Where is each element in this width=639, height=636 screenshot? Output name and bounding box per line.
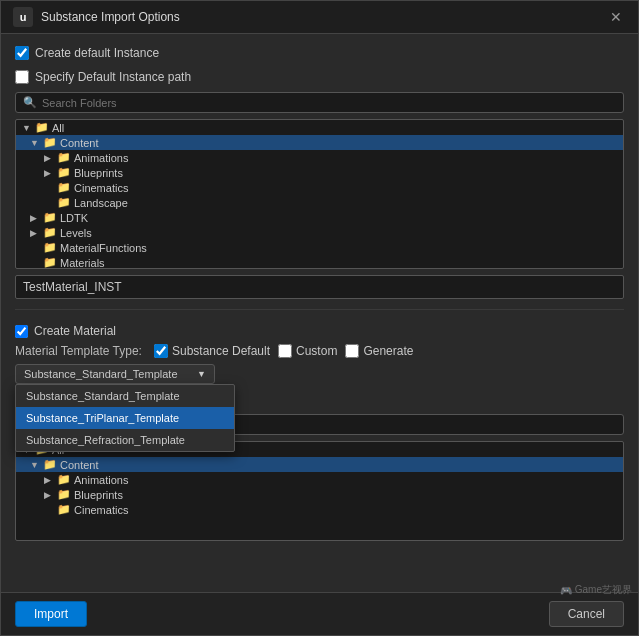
folder-icon-blueprints-2: 📁 <box>57 488 71 501</box>
tree-item-levels-1[interactable]: ▶ 📁 Levels <box>16 225 623 240</box>
template-dropdown-menu: Substance_Standard_Template Substance_Tr… <box>15 384 235 452</box>
folder-icon-materials-1: 📁 <box>43 256 57 269</box>
dropdown-item-triplanar[interactable]: Substance_TriPlanar_Template <box>16 407 234 429</box>
specify-default-instance-path-checkbox[interactable] <box>15 70 29 84</box>
folder-tree-2[interactable]: ▼ 📁 All ▼ 📁 Content ▶ 📁 Animations ▶ 📁 B… <box>15 441 624 541</box>
tree-item-landscape-1[interactable]: 📁 Landscape <box>16 195 623 210</box>
material-template-label: Material Template Type: <box>15 344 142 358</box>
search-input-1[interactable] <box>42 97 616 109</box>
dropdown-arrow-icon: ▼ <box>197 369 206 379</box>
create-material-label: Create Material <box>34 324 116 338</box>
tree-item-blueprints-1[interactable]: ▶ 📁 Blueprints <box>16 165 623 180</box>
search-icon-1: 🔍 <box>23 96 37 109</box>
tree-label-animations-2: Animations <box>74 474 128 486</box>
tree-item-blueprints-2[interactable]: ▶ 📁 Blueprints <box>16 487 623 502</box>
tree-arrow-ldtk-1: ▶ <box>30 213 40 223</box>
tree-arrow-blueprints-2: ▶ <box>44 490 54 500</box>
folder-icon-cinematics-2: 📁 <box>57 503 71 516</box>
create-default-instance-label: Create default Instance <box>35 46 159 60</box>
template-dropdown-value: Substance_Standard_Template <box>24 368 178 380</box>
tree-item-animations-2[interactable]: ▶ 📁 Animations <box>16 472 623 487</box>
tree-label-blueprints-1: Blueprints <box>74 167 123 179</box>
tree-label-levels-1: Levels <box>60 227 92 239</box>
tree-label-materials-1: Materials <box>60 257 105 269</box>
tree-label-all-1: All <box>52 122 64 134</box>
watermark: 🎮 Game艺视界 <box>560 583 632 597</box>
folder-icon-blueprints-1: 📁 <box>57 166 71 179</box>
folder-tree-1[interactable]: ▼ 📁 All ▼ 📁 Content ▶ 📁 Animations ▶ 📁 B… <box>15 119 624 269</box>
dialog-body: Create default Instance Specify Default … <box>1 34 638 592</box>
substance-import-dialog: u Substance Import Options ✕ Create defa… <box>0 0 639 636</box>
tree-item-content-2[interactable]: ▼ 📁 Content <box>16 457 623 472</box>
tree-item-animations-1[interactable]: ▶ 📁 Animations <box>16 150 623 165</box>
dropdown-item-refraction[interactable]: Substance_Refraction_Template <box>16 429 234 451</box>
watermark-text: Game艺视界 <box>575 583 632 597</box>
footer-right: Cancel <box>549 601 624 627</box>
tree-label-blueprints-2: Blueprints <box>74 489 123 501</box>
search-folders-1[interactable]: 🔍 <box>15 92 624 113</box>
custom-label: Custom <box>296 344 337 358</box>
section-divider-1 <box>15 309 624 310</box>
generate-label: Generate <box>363 344 413 358</box>
folder-icon-ldtk-1: 📁 <box>43 211 57 224</box>
template-dropdown-button[interactable]: Substance_Standard_Template ▼ <box>15 364 215 384</box>
tree-item-cinematics-2[interactable]: 📁 Cinematics <box>16 502 623 517</box>
ue-logo: u <box>13 7 33 27</box>
tree-label-landscape-1: Landscape <box>74 197 128 209</box>
tree-item-materialfunctions-1[interactable]: 📁 MaterialFunctions <box>16 240 623 255</box>
folder-icon-content-1: 📁 <box>43 136 57 149</box>
title-bar: u Substance Import Options ✕ <box>1 1 638 34</box>
substance-default-label: Substance Default <box>172 344 270 358</box>
tree-item-materials-1[interactable]: 📁 Materials <box>16 255 623 269</box>
tree-label-materialfunctions-1: MaterialFunctions <box>60 242 147 254</box>
tree-arrow-all-1: ▼ <box>22 123 32 133</box>
tree-label-cinematics-1: Cinematics <box>74 182 128 194</box>
folder-icon-animations-1: 📁 <box>57 151 71 164</box>
folder-icon-animations-2: 📁 <box>57 473 71 486</box>
generate-option[interactable]: Generate <box>345 344 413 358</box>
tree-item-content-1[interactable]: ▼ 📁 Content <box>16 135 623 150</box>
create-material-row: Create Material <box>15 324 624 338</box>
specify-default-instance-path-label: Specify Default Instance path <box>35 70 191 84</box>
tree-arrow-levels-1: ▶ <box>30 228 40 238</box>
create-default-instance-checkbox[interactable] <box>15 46 29 60</box>
custom-checkbox[interactable] <box>278 344 292 358</box>
name-input-row <box>15 275 624 299</box>
close-button[interactable]: ✕ <box>606 7 626 27</box>
folder-icon-content-2: 📁 <box>43 458 57 471</box>
tree-arrow-animations-1: ▶ <box>44 153 54 163</box>
tree-item-ldtk-1[interactable]: ▶ 📁 LDTK <box>16 210 623 225</box>
folder-icon-materialfunctions-1: 📁 <box>43 241 57 254</box>
tree-item-cinematics-1[interactable]: 📁 Cinematics <box>16 180 623 195</box>
title-bar-left: u Substance Import Options <box>13 7 180 27</box>
substance-default-checkbox[interactable] <box>154 344 168 358</box>
tree-arrow-animations-2: ▶ <box>44 475 54 485</box>
folder-icon-all-1: 📁 <box>35 121 49 134</box>
tree-label-content-1: Content <box>60 137 99 149</box>
create-default-instance-row: Create default Instance <box>15 44 624 62</box>
tree-arrow-content-1: ▼ <box>30 138 40 148</box>
material-name-input[interactable] <box>15 275 624 299</box>
folder-icon-cinematics-1: 📁 <box>57 181 71 194</box>
material-template-type-row: Material Template Type: Substance Defaul… <box>15 344 624 358</box>
watermark-icon: 🎮 <box>560 585 572 596</box>
tree-label-content-2: Content <box>60 459 99 471</box>
tree-item-all-1[interactable]: ▼ 📁 All <box>16 120 623 135</box>
cancel-button[interactable]: Cancel <box>549 601 624 627</box>
custom-option[interactable]: Custom <box>278 344 337 358</box>
dialog-title: Substance Import Options <box>41 10 180 24</box>
generate-checkbox[interactable] <box>345 344 359 358</box>
folder-icon-levels-1: 📁 <box>43 226 57 239</box>
substance-default-option[interactable]: Substance Default <box>154 344 270 358</box>
dropdown-item-standard[interactable]: Substance_Standard_Template <box>16 385 234 407</box>
import-button[interactable]: Import <box>15 601 87 627</box>
dialog-footer: Import Cancel <box>1 592 638 635</box>
specify-default-instance-path-row: Specify Default Instance path <box>15 68 624 86</box>
footer-left: Import <box>15 601 87 627</box>
tree-label-cinematics-2: Cinematics <box>74 504 128 516</box>
create-material-checkbox[interactable] <box>15 325 28 338</box>
tree-arrow-content-2: ▼ <box>30 460 40 470</box>
template-dropdown-container: Substance_Standard_Template ▼ Substance_… <box>15 364 624 384</box>
folder-icon-landscape-1: 📁 <box>57 196 71 209</box>
tree-label-ldtk-1: LDTK <box>60 212 88 224</box>
